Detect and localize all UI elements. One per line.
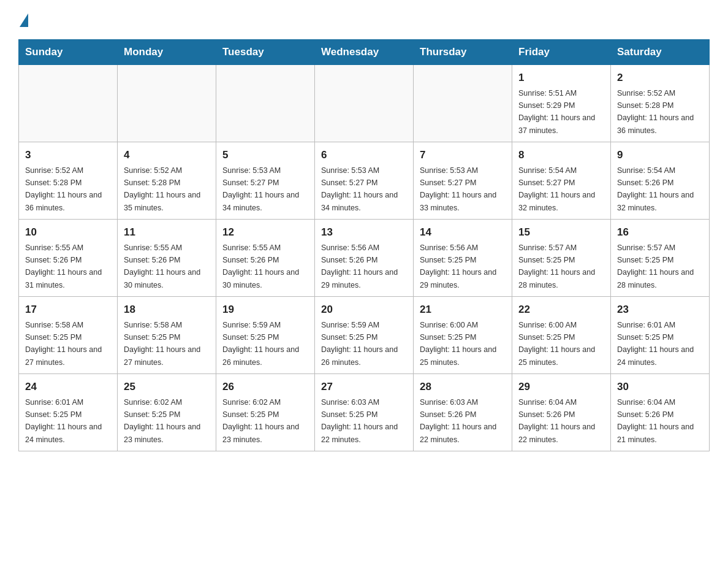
- logo-triangle-icon: [20, 13, 28, 27]
- day-number: 10: [25, 224, 111, 240]
- day-number: 20: [321, 302, 407, 318]
- day-header-thursday: Thursday: [414, 40, 512, 65]
- calendar-cell: 19Sunrise: 5:59 AM Sunset: 5:25 PM Dayli…: [216, 297, 315, 374]
- day-info: Sunrise: 5:57 AM Sunset: 5:25 PM Dayligh…: [518, 243, 595, 289]
- calendar-cell: 3Sunrise: 5:52 AM Sunset: 5:28 PM Daylig…: [19, 142, 118, 220]
- day-info: Sunrise: 5:54 AM Sunset: 5:26 PM Dayligh…: [617, 166, 694, 212]
- day-number: 23: [617, 302, 703, 318]
- day-number: 25: [124, 379, 210, 395]
- day-info: Sunrise: 5:52 AM Sunset: 5:28 PM Dayligh…: [25, 166, 102, 212]
- day-info: Sunrise: 5:57 AM Sunset: 5:25 PM Dayligh…: [617, 243, 694, 289]
- calendar-cell: 21Sunrise: 6:00 AM Sunset: 5:25 PM Dayli…: [414, 297, 512, 374]
- calendar-cell: 26Sunrise: 6:02 AM Sunset: 5:25 PM Dayli…: [216, 374, 315, 451]
- day-info: Sunrise: 5:53 AM Sunset: 5:27 PM Dayligh…: [222, 166, 299, 212]
- day-number: 29: [518, 379, 604, 395]
- calendar-cell: 14Sunrise: 5:56 AM Sunset: 5:25 PM Dayli…: [414, 220, 512, 297]
- day-number: 24: [25, 379, 111, 395]
- day-number: 28: [420, 379, 506, 395]
- day-info: Sunrise: 5:58 AM Sunset: 5:25 PM Dayligh…: [124, 321, 200, 367]
- day-number: 30: [617, 379, 703, 395]
- week-row-1: 1Sunrise: 5:51 AM Sunset: 5:29 PM Daylig…: [19, 65, 710, 142]
- day-number: 6: [321, 147, 407, 163]
- calendar-cell: 11Sunrise: 5:55 AM Sunset: 5:26 PM Dayli…: [118, 220, 216, 297]
- day-info: Sunrise: 5:55 AM Sunset: 5:26 PM Dayligh…: [222, 243, 299, 289]
- day-header-tuesday: Tuesday: [216, 40, 315, 65]
- day-number: 22: [518, 302, 604, 318]
- day-number: 18: [124, 302, 210, 318]
- calendar-cell: 29Sunrise: 6:04 AM Sunset: 5:26 PM Dayli…: [512, 374, 611, 451]
- day-header-sunday: Sunday: [19, 40, 118, 65]
- calendar-cell: 24Sunrise: 6:01 AM Sunset: 5:25 PM Dayli…: [19, 374, 118, 451]
- day-info: Sunrise: 6:04 AM Sunset: 5:26 PM Dayligh…: [617, 398, 694, 444]
- day-number: 15: [518, 224, 604, 240]
- page-header: [18, 12, 710, 27]
- calendar-cell: 20Sunrise: 5:59 AM Sunset: 5:25 PM Dayli…: [315, 297, 414, 374]
- day-header-monday: Monday: [118, 40, 216, 65]
- calendar-cell: 25Sunrise: 6:02 AM Sunset: 5:25 PM Dayli…: [118, 374, 216, 451]
- day-info: Sunrise: 5:53 AM Sunset: 5:27 PM Dayligh…: [420, 166, 496, 212]
- calendar-cell: 2Sunrise: 5:52 AM Sunset: 5:28 PM Daylig…: [611, 65, 710, 142]
- calendar-cell: 5Sunrise: 5:53 AM Sunset: 5:27 PM Daylig…: [216, 142, 315, 220]
- day-number: 14: [420, 224, 506, 240]
- calendar-cell: 13Sunrise: 5:56 AM Sunset: 5:26 PM Dayli…: [315, 220, 414, 297]
- calendar-cell: 18Sunrise: 5:58 AM Sunset: 5:25 PM Dayli…: [118, 297, 216, 374]
- day-info: Sunrise: 5:53 AM Sunset: 5:27 PM Dayligh…: [321, 166, 398, 212]
- calendar-cell: 23Sunrise: 6:01 AM Sunset: 5:25 PM Dayli…: [611, 297, 710, 374]
- day-info: Sunrise: 5:55 AM Sunset: 5:26 PM Dayligh…: [124, 243, 200, 289]
- day-number: 27: [321, 379, 407, 395]
- day-info: Sunrise: 6:01 AM Sunset: 5:25 PM Dayligh…: [25, 398, 102, 444]
- day-info: Sunrise: 6:00 AM Sunset: 5:25 PM Dayligh…: [420, 321, 496, 367]
- day-info: Sunrise: 5:58 AM Sunset: 5:25 PM Dayligh…: [25, 321, 102, 367]
- day-info: Sunrise: 6:02 AM Sunset: 5:25 PM Dayligh…: [222, 398, 299, 444]
- day-number: 4: [124, 147, 210, 163]
- day-header-saturday: Saturday: [611, 40, 710, 65]
- day-info: Sunrise: 5:59 AM Sunset: 5:25 PM Dayligh…: [222, 321, 299, 367]
- day-number: 17: [25, 302, 111, 318]
- day-info: Sunrise: 6:01 AM Sunset: 5:25 PM Dayligh…: [617, 321, 694, 367]
- calendar-cell: 4Sunrise: 5:52 AM Sunset: 5:28 PM Daylig…: [118, 142, 216, 220]
- day-number: 1: [518, 70, 604, 86]
- calendar-cell: 22Sunrise: 6:00 AM Sunset: 5:25 PM Dayli…: [512, 297, 611, 374]
- day-info: Sunrise: 5:56 AM Sunset: 5:26 PM Dayligh…: [321, 243, 398, 289]
- calendar-cell: [315, 65, 414, 142]
- day-info: Sunrise: 5:59 AM Sunset: 5:25 PM Dayligh…: [321, 321, 398, 367]
- day-info: Sunrise: 5:56 AM Sunset: 5:25 PM Dayligh…: [420, 243, 496, 289]
- day-info: Sunrise: 5:51 AM Sunset: 5:29 PM Dayligh…: [518, 89, 595, 135]
- week-row-4: 17Sunrise: 5:58 AM Sunset: 5:25 PM Dayli…: [19, 297, 710, 374]
- day-info: Sunrise: 6:03 AM Sunset: 5:25 PM Dayligh…: [321, 398, 398, 444]
- day-info: Sunrise: 5:52 AM Sunset: 5:28 PM Dayligh…: [124, 166, 200, 212]
- day-info: Sunrise: 6:00 AM Sunset: 5:25 PM Dayligh…: [518, 321, 595, 367]
- calendar-cell: [216, 65, 315, 142]
- calendar-cell: 15Sunrise: 5:57 AM Sunset: 5:25 PM Dayli…: [512, 220, 611, 297]
- calendar-cell: 7Sunrise: 5:53 AM Sunset: 5:27 PM Daylig…: [414, 142, 512, 220]
- day-info: Sunrise: 6:04 AM Sunset: 5:26 PM Dayligh…: [518, 398, 595, 444]
- calendar-cell: 16Sunrise: 5:57 AM Sunset: 5:25 PM Dayli…: [611, 220, 710, 297]
- calendar-table: SundayMondayTuesdayWednesdayThursdayFrid…: [18, 39, 710, 451]
- calendar-cell: 27Sunrise: 6:03 AM Sunset: 5:25 PM Dayli…: [315, 374, 414, 451]
- day-number: 26: [222, 379, 308, 395]
- day-header-friday: Friday: [512, 40, 611, 65]
- day-info: Sunrise: 5:52 AM Sunset: 5:28 PM Dayligh…: [617, 89, 694, 135]
- calendar-cell: 17Sunrise: 5:58 AM Sunset: 5:25 PM Dayli…: [19, 297, 118, 374]
- day-number: 3: [25, 147, 111, 163]
- calendar-cell: 9Sunrise: 5:54 AM Sunset: 5:26 PM Daylig…: [611, 142, 710, 220]
- day-number: 21: [420, 302, 506, 318]
- calendar-cell: 10Sunrise: 5:55 AM Sunset: 5:26 PM Dayli…: [19, 220, 118, 297]
- day-number: 9: [617, 147, 703, 163]
- day-info: Sunrise: 5:54 AM Sunset: 5:27 PM Dayligh…: [518, 166, 595, 212]
- week-row-2: 3Sunrise: 5:52 AM Sunset: 5:28 PM Daylig…: [19, 142, 710, 220]
- day-number: 11: [124, 224, 210, 240]
- calendar-cell: 12Sunrise: 5:55 AM Sunset: 5:26 PM Dayli…: [216, 220, 315, 297]
- day-number: 12: [222, 224, 308, 240]
- calendar-cell: 8Sunrise: 5:54 AM Sunset: 5:27 PM Daylig…: [512, 142, 611, 220]
- week-row-5: 24Sunrise: 6:01 AM Sunset: 5:25 PM Dayli…: [19, 374, 710, 451]
- calendar-cell: [19, 65, 118, 142]
- day-number: 8: [518, 147, 604, 163]
- day-number: 13: [321, 224, 407, 240]
- week-row-3: 10Sunrise: 5:55 AM Sunset: 5:26 PM Dayli…: [19, 220, 710, 297]
- day-number: 19: [222, 302, 308, 318]
- day-header-wednesday: Wednesday: [315, 40, 414, 65]
- day-info: Sunrise: 6:03 AM Sunset: 5:26 PM Dayligh…: [420, 398, 496, 444]
- day-number: 7: [420, 147, 506, 163]
- calendar-cell: [118, 65, 216, 142]
